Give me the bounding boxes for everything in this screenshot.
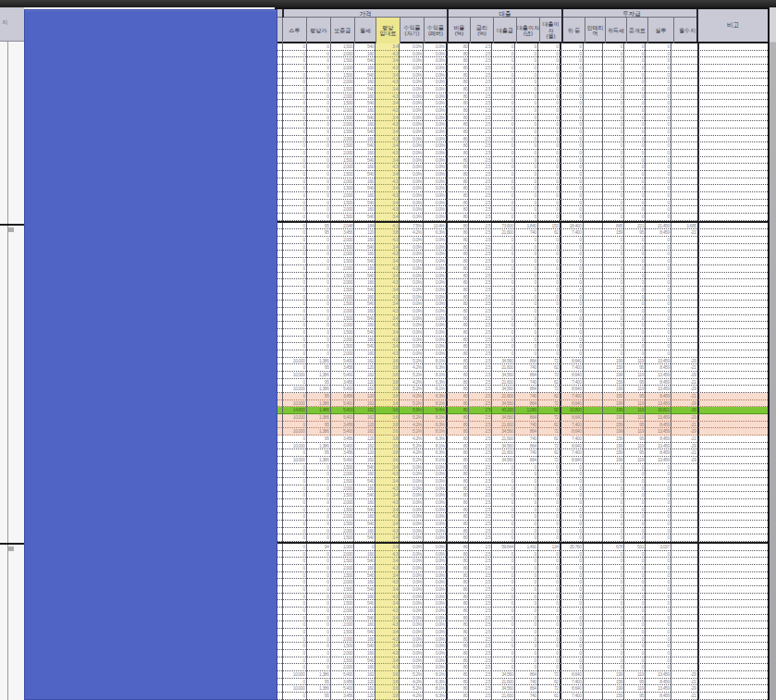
- data-cell[interactable]: 4.3: [375, 93, 399, 101]
- data-cell[interactable]: [671, 136, 697, 143]
- data-cell[interactable]: 0: [645, 350, 671, 358]
- data-cell[interactable]: 13.4%: [423, 223, 446, 230]
- notes-cell[interactable]: [697, 279, 768, 287]
- table-row[interactable]: 002,0001604.30.0%0.0%802.50000000: [277, 79, 768, 86]
- notes-cell[interactable]: [697, 244, 768, 252]
- data-cell[interactable]: 95: [306, 393, 330, 400]
- data-cell[interactable]: 80: [446, 294, 469, 301]
- table-row[interactable]: 001,5005403.40.0%0.0%802.50000000: [277, 171, 768, 178]
- data-cell[interactable]: 0: [306, 164, 330, 171]
- data-cell[interactable]: 80: [446, 86, 469, 93]
- data-cell[interactable]: 0.0%: [399, 608, 423, 615]
- data-cell[interactable]: 80: [446, 521, 469, 528]
- data-cell[interactable]: 119: [623, 372, 645, 379]
- data-cell[interactable]: [583, 178, 603, 186]
- data-cell[interactable]: 162: [353, 400, 375, 408]
- data-cell[interactable]: 10,000: [282, 443, 306, 450]
- notes-cell[interactable]: [697, 565, 768, 572]
- data-cell[interactable]: 0: [514, 551, 537, 559]
- data-cell[interactable]: 0: [306, 244, 330, 252]
- data-cell[interactable]: 0: [282, 115, 306, 122]
- data-cell[interactable]: 0: [282, 142, 306, 150]
- data-cell[interactable]: 0: [560, 150, 583, 157]
- data-cell[interactable]: 0: [282, 507, 306, 514]
- data-cell[interactable]: 2.5: [468, 51, 491, 58]
- data-cell[interactable]: 0: [645, 273, 671, 280]
- data-cell[interactable]: -21: [671, 364, 697, 372]
- data-cell[interactable]: 0: [560, 521, 583, 528]
- data-cell[interactable]: 3.4: [375, 492, 399, 499]
- data-cell[interactable]: 2,000: [330, 350, 354, 358]
- data-cell[interactable]: 0: [491, 129, 514, 136]
- data-cell[interactable]: 0: [491, 294, 514, 301]
- data-cell[interactable]: 0: [306, 337, 330, 344]
- data-cell[interactable]: 0: [491, 337, 514, 344]
- data-cell[interactable]: 0: [602, 244, 623, 252]
- data-cell[interactable]: 0.0%: [423, 492, 446, 499]
- data-cell[interactable]: 0: [491, 572, 514, 580]
- table-row[interactable]: 001,5005403.40.0%0.0%802.50000000: [277, 507, 768, 514]
- data-cell[interactable]: 3.4: [375, 100, 399, 107]
- data-cell[interactable]: 1,500: [330, 214, 354, 221]
- data-cell[interactable]: 0: [282, 79, 306, 86]
- table-row[interactable]: 10,0001,3865,4001623.65.2%8.1%802.534,56…: [277, 457, 768, 464]
- data-cell[interactable]: 80: [446, 664, 469, 671]
- data-cell[interactable]: [583, 223, 603, 230]
- notes-cell[interactable]: [697, 608, 768, 615]
- data-cell[interactable]: 0: [491, 608, 514, 615]
- data-cell[interactable]: 2.5: [468, 115, 491, 122]
- data-cell[interactable]: 0: [645, 136, 671, 143]
- data-cell[interactable]: 159: [602, 379, 623, 387]
- data-cell[interactable]: 2.5: [468, 200, 491, 207]
- data-cell[interactable]: 0: [623, 600, 645, 608]
- table-row[interactable]: 002,0001604.30.0%0.0%802.50000000: [277, 121, 768, 129]
- data-cell[interactable]: 0: [306, 586, 330, 594]
- data-cell[interactable]: 0: [514, 93, 537, 101]
- data-cell[interactable]: 73,600: [491, 223, 514, 230]
- data-cell[interactable]: 0: [602, 72, 623, 80]
- data-cell[interactable]: 2,000: [330, 636, 354, 644]
- data-cell[interactable]: 540: [353, 343, 375, 350]
- data-cell[interactable]: 0: [623, 129, 645, 136]
- data-cell[interactable]: 0: [560, 657, 583, 665]
- data-cell[interactable]: 5.2%: [399, 372, 423, 379]
- notes-cell[interactable]: [697, 657, 768, 665]
- data-cell[interactable]: 540: [353, 142, 375, 150]
- data-cell[interactable]: 7,400: [560, 379, 583, 387]
- data-cell[interactable]: 0: [623, 521, 645, 528]
- data-cell[interactable]: 13,459: [645, 372, 671, 379]
- data-cell[interactable]: 4.3: [375, 136, 399, 143]
- data-cell[interactable]: 119: [623, 386, 645, 393]
- data-cell[interactable]: 3.6: [375, 407, 399, 414]
- data-cell[interactable]: 0: [602, 121, 623, 129]
- data-cell[interactable]: 2,000: [330, 150, 354, 157]
- data-cell[interactable]: 0: [537, 315, 560, 323]
- data-cell[interactable]: 160: [353, 279, 375, 287]
- data-cell[interactable]: [583, 513, 603, 521]
- table-row[interactable]: 001,5005403.40.0%0.0%802.50000000: [277, 534, 768, 542]
- data-cell[interactable]: 0.0%: [423, 513, 446, 521]
- data-cell[interactable]: 2,000: [330, 51, 354, 58]
- data-cell[interactable]: [583, 643, 603, 650]
- data-cell[interactable]: 21,600: [491, 364, 514, 372]
- data-cell[interactable]: 13,459: [645, 386, 671, 393]
- data-cell[interactable]: 34,560: [491, 386, 514, 393]
- data-cell[interactable]: 95: [623, 229, 645, 237]
- data-cell[interactable]: 0.0%: [423, 572, 446, 580]
- data-cell[interactable]: 80: [446, 679, 469, 686]
- data-cell[interactable]: 8.1%: [423, 428, 446, 436]
- data-cell[interactable]: 95: [623, 422, 645, 429]
- data-cell[interactable]: 34,560: [491, 400, 514, 408]
- data-cell[interactable]: 2,000: [330, 579, 354, 586]
- data-cell[interactable]: 0: [514, 485, 537, 493]
- data-cell[interactable]: 0: [306, 206, 330, 214]
- data-cell[interactable]: 8,459: [645, 393, 671, 400]
- data-cell[interactable]: 1,080: [514, 407, 537, 414]
- notes-cell[interactable]: [697, 499, 768, 507]
- data-cell[interactable]: [671, 287, 697, 294]
- data-cell[interactable]: 72: [537, 400, 560, 408]
- data-cell[interactable]: 1,500: [330, 157, 354, 165]
- data-cell[interactable]: 21,600: [491, 449, 514, 457]
- data-cell[interactable]: 6.3%: [423, 436, 446, 443]
- data-cell[interactable]: 10,000: [282, 358, 306, 365]
